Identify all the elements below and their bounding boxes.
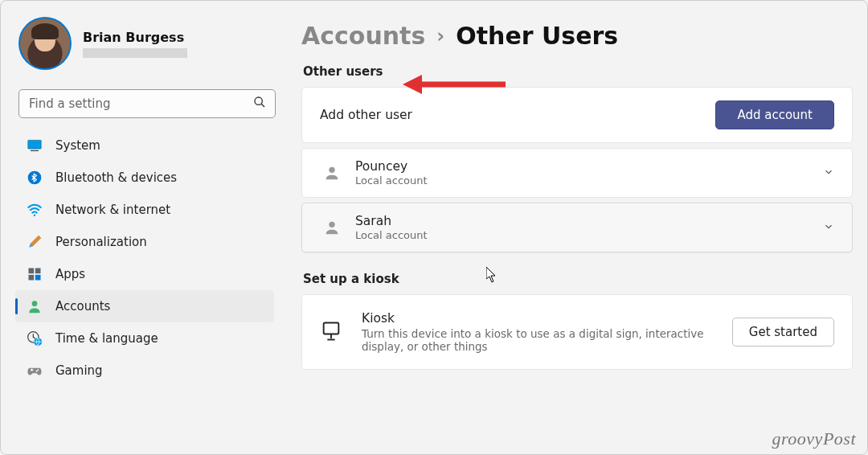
svg-rect-9	[29, 275, 35, 281]
chevron-down-icon	[823, 220, 834, 236]
sidebar-item-label: System	[55, 138, 100, 153]
sidebar-item-personalization[interactable]: Personalization	[15, 226, 274, 258]
sidebar-item-label: Apps	[55, 267, 85, 281]
accounts-icon	[27, 298, 43, 314]
wifi-icon	[27, 202, 43, 218]
system-icon	[27, 137, 43, 154]
add-other-user-label: Add other user	[320, 108, 412, 122]
kiosk-heading: Set up a kiosk	[303, 272, 853, 286]
svg-rect-18	[324, 323, 339, 334]
user-row-sarah[interactable]: Sarah Local account	[301, 203, 853, 252]
user-name: Pouncey	[355, 159, 809, 174]
paintbrush-icon	[27, 234, 43, 250]
user-text: Pouncey Local account	[355, 159, 809, 187]
sidebar-item-label: Network & internet	[55, 203, 170, 217]
svg-rect-8	[35, 268, 41, 274]
user-type: Local account	[355, 229, 809, 241]
svg-point-0	[255, 97, 262, 105]
apps-icon	[27, 266, 43, 282]
chevron-down-icon	[823, 166, 834, 181]
breadcrumb: Accounts › Other Users	[301, 22, 853, 50]
main-content: Accounts › Other Users Other users Add o…	[301, 1, 867, 454]
profile-text: Brian Burgess	[83, 30, 187, 58]
chevron-right-icon: ›	[436, 25, 444, 47]
annotation-arrow	[403, 73, 507, 99]
sidebar-item-accounts[interactable]: Accounts	[15, 290, 274, 322]
sidebar-item-label: Personalization	[55, 235, 147, 249]
other-users-heading: Other users	[303, 64, 853, 79]
sidebar-item-label: Gaming	[55, 363, 103, 378]
sidebar-item-apps[interactable]: Apps	[15, 258, 274, 290]
kiosk-icon	[320, 320, 344, 344]
user-text: Sarah Local account	[355, 214, 809, 241]
breadcrumb-current: Other Users	[456, 22, 618, 50]
person-icon	[323, 164, 341, 182]
profile-block[interactable]: Brian Burgess	[15, 18, 274, 68]
svg-line-1	[261, 104, 264, 107]
svg-point-14	[37, 369, 39, 371]
sidebar-item-time-language[interactable]: Time & language	[15, 322, 274, 355]
svg-point-15	[36, 371, 38, 372]
svg-point-17	[329, 222, 334, 228]
search-wrap	[18, 89, 276, 118]
watermark: groovyPost	[772, 428, 856, 449]
svg-point-11	[32, 301, 38, 306]
settings-window: Brian Burgess System Bluetooth & devi	[0, 0, 868, 455]
svg-rect-4	[31, 150, 39, 151]
sidebar-item-network[interactable]: Network & internet	[15, 194, 274, 226]
profile-email-redacted	[83, 48, 187, 58]
svg-rect-2	[28, 140, 42, 149]
search-input[interactable]	[18, 89, 276, 118]
svg-rect-7	[29, 268, 35, 274]
get-started-button[interactable]: Get started	[732, 318, 834, 346]
svg-point-16	[329, 167, 334, 173]
kiosk-text: Kiosk Turn this device into a kiosk to u…	[362, 311, 714, 353]
sidebar-item-label: Accounts	[55, 299, 110, 314]
clock-globe-icon	[27, 330, 43, 346]
kiosk-description: Turn this device into a kiosk to use as …	[362, 327, 714, 353]
sidebar-item-bluetooth[interactable]: Bluetooth & devices	[15, 162, 274, 194]
profile-name: Brian Burgess	[83, 30, 187, 45]
gamepad-icon	[27, 363, 43, 379]
sidebar-item-label: Bluetooth & devices	[55, 170, 177, 185]
kiosk-title: Kiosk	[362, 311, 714, 326]
sidebar-item-label: Time & language	[55, 331, 158, 346]
add-account-button[interactable]: Add account	[715, 100, 834, 129]
user-type: Local account	[355, 174, 809, 187]
nav-list: System Bluetooth & devices Network & int…	[15, 129, 274, 387]
breadcrumb-parent[interactable]: Accounts	[301, 22, 425, 50]
search-icon	[253, 96, 266, 112]
sidebar-item-system[interactable]: System	[15, 129, 274, 162]
add-other-user-card: Add other user Add account	[301, 87, 853, 143]
svg-point-6	[34, 214, 36, 216]
sidebar: Brian Burgess System Bluetooth & devi	[1, 1, 282, 454]
kiosk-card: Kiosk Turn this device into a kiosk to u…	[301, 294, 853, 370]
svg-marker-22	[403, 75, 422, 94]
bluetooth-icon	[27, 170, 43, 186]
sidebar-item-gaming[interactable]: Gaming	[15, 355, 274, 387]
person-icon	[323, 219, 341, 236]
user-row-pouncey[interactable]: Pouncey Local account	[301, 148, 853, 198]
user-name: Sarah	[355, 214, 809, 228]
avatar	[20, 18, 70, 68]
svg-rect-10	[35, 275, 41, 281]
